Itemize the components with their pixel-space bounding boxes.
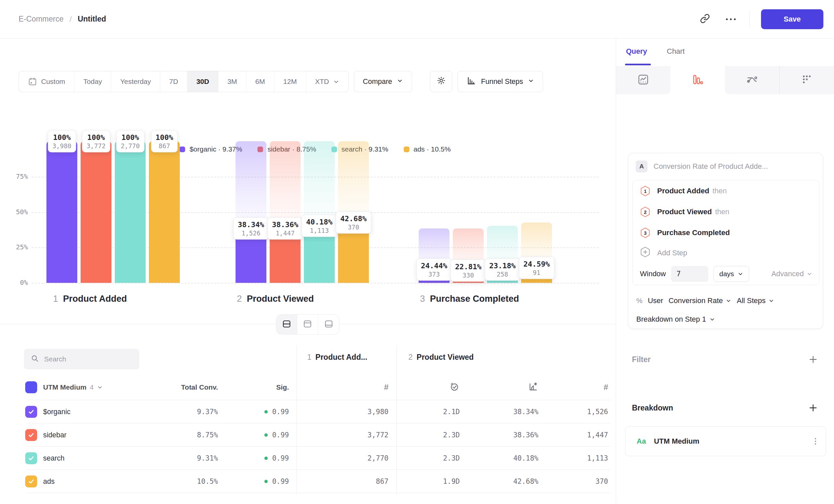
bar-count-label: 1,113	[306, 227, 332, 234]
table-row: ads10.5%0.998671.9D42.68%370	[0, 470, 616, 493]
chevron-down-icon	[528, 77, 534, 86]
window-value-input[interactable]	[671, 266, 708, 282]
legend-item[interactable]: $organic · 9.37%	[179, 145, 242, 153]
layout-table-only-button[interactable]	[318, 315, 339, 334]
significance-dot	[264, 480, 268, 483]
search-input[interactable]	[44, 355, 133, 363]
range-today[interactable]: Today	[74, 71, 111, 92]
y-axis-tick: 25%	[7, 243, 28, 251]
visualization-selector-button[interactable]: Funnel Steps	[458, 71, 543, 92]
range-7d[interactable]: 7D	[160, 71, 188, 92]
row-checkbox[interactable]	[25, 476, 37, 487]
tab-query[interactable]: Query	[626, 47, 647, 56]
step2-count: 370	[595, 478, 608, 485]
segment-name[interactable]: $organic	[43, 408, 70, 416]
chart-type-retention-tab[interactable]	[779, 66, 834, 94]
row-checkbox[interactable]	[25, 429, 37, 441]
breakdown-property-card[interactable]: Aa UTM Medium	[625, 427, 826, 456]
bar-value-tooltip: 100%867	[151, 130, 178, 153]
measure-entity[interactable]: User	[648, 296, 663, 305]
breakdown-on-step-select[interactable]: Breakdown on Step 1	[636, 312, 715, 327]
save-button[interactable]: Save	[761, 9, 824, 29]
chart-settings-button[interactable]	[430, 71, 452, 92]
legend-item[interactable]: ads · 10.5%	[404, 145, 451, 153]
row-checkbox[interactable]	[25, 406, 37, 418]
avg-time-icon[interactable]	[449, 381, 460, 393]
search-icon	[30, 354, 39, 364]
table-row: sidebar8.75%0.993,7722.3D38.36%1,447	[0, 423, 616, 446]
add-filter-button[interactable]	[808, 354, 818, 364]
kebab-menu-icon[interactable]	[814, 436, 817, 446]
count-icon[interactable]: #	[604, 383, 608, 392]
layout-split-button[interactable]	[276, 315, 297, 334]
funnel-bar[interactable]	[149, 141, 180, 283]
hexagon-plus-icon	[640, 246, 651, 260]
bar-percent-label: 40.18%	[306, 218, 332, 226]
range-12m[interactable]: 12M	[275, 71, 306, 92]
range-yesterday[interactable]: Yesterday	[111, 71, 160, 92]
advanced-toggle[interactable]: Advanced	[771, 270, 812, 278]
compare-button[interactable]: Compare	[354, 71, 412, 92]
count-icon[interactable]: #	[384, 383, 389, 392]
bar-value-tooltip: 100%3,980	[48, 130, 76, 153]
funnel-icon	[692, 74, 704, 87]
bar-count-label: 867	[156, 142, 173, 150]
conversion-rate-icon[interactable]	[528, 381, 539, 393]
legend-swatch	[404, 146, 409, 152]
total-conv-header[interactable]: Total Conv.	[181, 383, 218, 391]
window-unit-select[interactable]: days	[714, 266, 749, 282]
legend-label: $organic · 9.37%	[190, 145, 242, 153]
bar-count-label: 91	[524, 269, 550, 276]
select-all-checkbox[interactable]	[25, 381, 37, 393]
breadcrumb-separator: /	[69, 15, 72, 24]
metric-summary-row[interactable]: A Conversion Rate of Product Adde...	[636, 160, 768, 173]
funnel-bar[interactable]	[115, 141, 146, 283]
range-3m[interactable]: 3M	[218, 71, 246, 92]
add-breakdown-button[interactable]	[808, 403, 818, 413]
metric-step-row[interactable]: 2Product Viewedthen	[633, 201, 819, 222]
breadcrumb-report-title[interactable]: Untitled	[78, 15, 106, 24]
chart-type-flows-tab[interactable]	[725, 66, 779, 94]
segment-name[interactable]: ads	[43, 478, 55, 486]
sig-header[interactable]: Sig.	[276, 383, 289, 391]
metric-step-row[interactable]: 3Purchase Completed	[633, 222, 819, 243]
string-type-badge: Aa	[637, 437, 646, 445]
date-range-segmented-control: CustomTodayYesterday7D30D3M6M12MXTD	[19, 71, 349, 92]
chart-type-insights-tab[interactable]	[616, 66, 671, 94]
segment-name[interactable]: sidebar	[43, 431, 67, 439]
range-6m[interactable]: 6M	[246, 71, 275, 92]
bar-value-tooltip: 24.59%91	[519, 257, 554, 279]
share-link-button[interactable]	[698, 12, 712, 26]
step2-avg-time: 2.3D	[443, 431, 460, 439]
bar-count-label: 370	[341, 223, 367, 230]
topbar-divider	[749, 10, 750, 28]
table-search	[24, 349, 139, 369]
row-checkbox[interactable]	[25, 452, 37, 464]
table-step2-header[interactable]: 2Product Viewed	[409, 353, 474, 362]
tab-chart[interactable]: Chart	[667, 47, 685, 56]
step1-count: 867	[376, 478, 389, 485]
range-custom[interactable]: Custom	[19, 71, 74, 92]
range-30d[interactable]: 30D	[188, 71, 219, 92]
table-column-divider	[396, 345, 397, 495]
add-step-button[interactable]: Add Step	[633, 243, 819, 263]
chart-type-funnels-tab[interactable]	[671, 66, 725, 94]
layout-chart-only-button[interactable]	[297, 315, 318, 334]
metric-badge: A	[636, 160, 648, 173]
bar-percent-label: 23.18%	[489, 261, 515, 270]
range-xtd[interactable]: XTD	[306, 71, 348, 92]
table-step1-header[interactable]: 1Product Add...	[307, 353, 367, 362]
funnel-bar[interactable]	[46, 141, 77, 283]
breadcrumb-project[interactable]: E-Commerce	[19, 15, 63, 24]
chevron-down-icon[interactable]	[97, 384, 103, 390]
bar-percent-label: 24.59%	[524, 260, 550, 268]
breakdown-column-header[interactable]: UTM Medium	[43, 383, 87, 391]
bar-count-label: 258	[489, 271, 515, 278]
more-menu-button[interactable]	[724, 12, 738, 26]
funnel-bar[interactable]	[81, 141, 111, 283]
measure-scope-select[interactable]: All Steps	[737, 296, 774, 305]
measure-type-select[interactable]: Conversion Rate	[668, 296, 731, 305]
segment-name[interactable]: search	[43, 454, 65, 462]
metric-step-row[interactable]: 1Product Addedthen	[633, 180, 819, 201]
breakdown-heading: Breakdown	[632, 404, 673, 412]
